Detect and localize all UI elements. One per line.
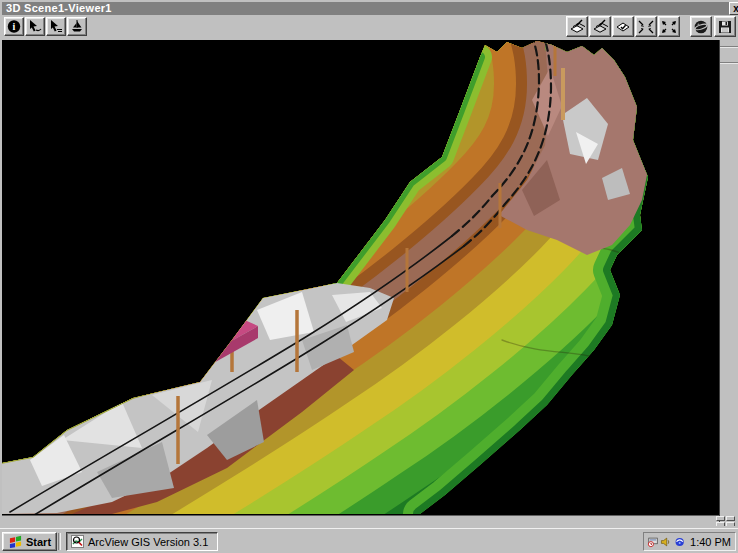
identify-icon: i <box>6 19 22 34</box>
fly-tool-button[interactable] <box>46 17 66 36</box>
right-border-groove <box>720 46 738 47</box>
fly-cursor-icon <box>48 19 64 34</box>
save-button[interactable] <box>714 16 736 37</box>
navigate-tool-button[interactable] <box>25 17 45 36</box>
task-button-arcview[interactable]: ArcView GIS Version 3.1 <box>66 532 218 551</box>
taskbar-clock: 1:40 PM <box>690 536 731 548</box>
resize-grip[interactable] <box>716 516 736 528</box>
navigate-cursor-icon <box>27 19 43 34</box>
viewer-globe-button[interactable] <box>690 16 712 37</box>
sailboat-icon <box>69 19 85 34</box>
window-right-border <box>719 40 738 528</box>
close-button[interactable]: x <box>729 2 738 15</box>
terrain-scene <box>2 40 719 515</box>
window-bottom-border <box>2 515 719 528</box>
system-tray: 1:40 PM <box>643 532 736 551</box>
scheduler-icon[interactable] <box>647 534 658 550</box>
scene-viewport[interactable] <box>2 40 719 515</box>
start-button[interactable]: Start <box>2 532 57 551</box>
task-button-label: ArcView GIS Version 3.1 <box>88 536 208 548</box>
globe-icon <box>692 19 710 35</box>
expand-arrows-icon <box>660 19 678 35</box>
sail-tool-button[interactable] <box>67 17 87 36</box>
svg-text:i: i <box>13 21 16 32</box>
add-graphics-theme-button[interactable] <box>589 16 611 37</box>
title-bar[interactable]: 3D Scene1-Viewer1 <box>2 2 729 15</box>
theme-properties-icon <box>614 19 632 35</box>
arcview-icon <box>71 535 84 548</box>
identify-tool-button[interactable]: i <box>4 17 24 36</box>
add-theme-icon <box>568 19 586 35</box>
theme-properties-button[interactable] <box>612 16 634 37</box>
add-graphics-theme-icon <box>591 19 609 35</box>
right-border-groove <box>720 62 738 63</box>
taskbar: Start ArcView GIS Version 3.1 1:40 PM <box>0 528 738 553</box>
windows-flag-icon <box>8 535 23 548</box>
window-title: 3D Scene1-Viewer1 <box>6 2 112 14</box>
zoom-full-extent-button[interactable] <box>658 16 680 37</box>
start-label: Start <box>26 536 51 548</box>
contract-arrows-icon <box>637 19 655 35</box>
blue-orb-icon[interactable] <box>674 534 685 550</box>
add-theme-button[interactable] <box>566 16 588 37</box>
taskbar-divider <box>58 533 61 550</box>
zoom-in-center-button[interactable] <box>635 16 657 37</box>
floppy-disk-icon <box>716 19 734 35</box>
volume-icon[interactable] <box>660 534 671 550</box>
close-icon: x <box>733 3 738 14</box>
